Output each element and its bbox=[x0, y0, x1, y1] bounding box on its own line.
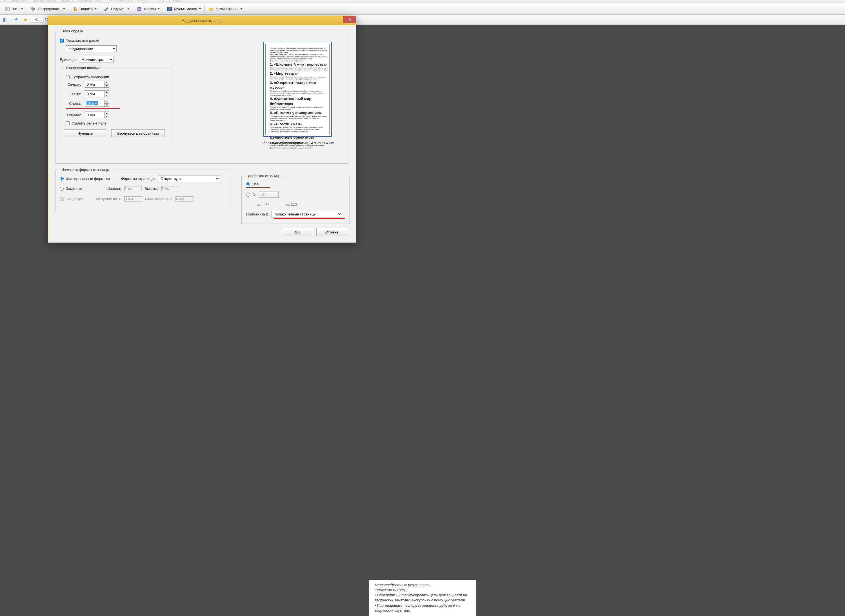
collaborate-icon bbox=[31, 6, 36, 12]
close-button[interactable]: ✕ bbox=[343, 16, 356, 23]
svg-rect-15 bbox=[5, 18, 7, 22]
svg-rect-10 bbox=[171, 7, 172, 11]
pen-icon bbox=[104, 6, 109, 12]
svg-rect-4 bbox=[74, 9, 76, 11]
svg-point-3 bbox=[32, 9, 34, 11]
caret-icon bbox=[127, 8, 129, 10]
nav-down-icon[interactable] bbox=[22, 16, 29, 23]
convert-label: нить bbox=[12, 7, 19, 11]
dialog-title: Кадрирование страниц bbox=[182, 19, 222, 23]
security-button[interactable]: Защита bbox=[70, 5, 99, 13]
close-icon: ✕ bbox=[348, 18, 351, 22]
svg-rect-6 bbox=[138, 8, 141, 9]
page-number-field[interactable] bbox=[31, 17, 43, 23]
nav-sidebar-icon[interactable] bbox=[2, 16, 9, 23]
comment-label: Комментарий bbox=[216, 7, 239, 11]
collaborate-button[interactable]: Сотрудничать bbox=[28, 5, 67, 13]
svg-rect-9 bbox=[167, 7, 168, 11]
forms-icon bbox=[136, 6, 142, 12]
security-label: Защита bbox=[80, 7, 93, 11]
convert-icon bbox=[4, 6, 10, 12]
comment-button[interactable]: Комментарий bbox=[206, 5, 245, 13]
menubar: трДокументКомментарииФормыИнструментыДоп… bbox=[0, 0, 845, 3]
caret-icon bbox=[94, 8, 97, 10]
forms-button[interactable]: Формы bbox=[134, 5, 162, 13]
cloud-icon bbox=[208, 6, 214, 12]
lock-icon bbox=[72, 6, 78, 12]
sign-label: Подпись bbox=[111, 7, 125, 11]
main-toolbar: нить Сотрудничать Защита Подпись Формы М… bbox=[0, 3, 845, 15]
crop-dialog: Кадрирование страниц ✕ Поля обреза Показ… bbox=[48, 16, 356, 25]
caret-icon bbox=[63, 8, 65, 10]
film-icon bbox=[167, 6, 172, 12]
nav-up-icon[interactable] bbox=[13, 16, 20, 23]
multimedia-button[interactable]: Мультимедиа bbox=[164, 5, 203, 13]
forms-label: Формы bbox=[144, 7, 156, 11]
convert-button[interactable]: нить bbox=[2, 5, 26, 13]
dialog-titlebar: Кадрирование страниц ✕ bbox=[48, 16, 356, 25]
svg-rect-7 bbox=[138, 9, 141, 10]
sign-button[interactable]: Подпись bbox=[101, 5, 132, 13]
caret-icon bbox=[240, 8, 242, 10]
caret-icon bbox=[199, 8, 201, 10]
caret-icon bbox=[157, 8, 160, 10]
multimedia-label: Мультимедиа bbox=[174, 7, 197, 11]
svg-point-12 bbox=[209, 7, 211, 10]
collaborate-label: Сотрудничать bbox=[38, 7, 62, 11]
svg-point-13 bbox=[211, 7, 214, 10]
svg-rect-14 bbox=[3, 18, 5, 22]
caret-icon bbox=[21, 8, 23, 10]
svg-rect-0 bbox=[5, 7, 9, 11]
